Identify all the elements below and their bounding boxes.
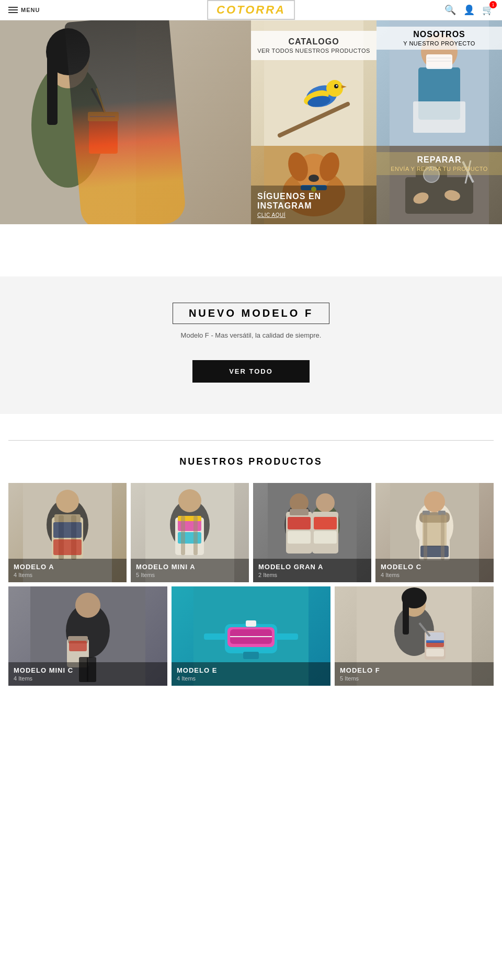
svg-rect-97 [246,620,256,627]
product-card-modelo-mini-c[interactable]: MODELO MINI C 4 Items [8,586,167,686]
promo-section: NUEVO MODELO F Modelo F - Mas versátil, … [0,276,502,414]
svg-rect-109 [426,649,444,656]
header-icons: 🔍 👤 🛒 1 [444,4,494,16]
svg-point-53 [178,489,201,512]
svg-rect-50 [53,539,82,555]
product-label-modelo-mini-c: MODELO MINI C 4 Items [8,662,167,686]
hamburger-icon [8,7,18,13]
header: MENU COTORRA 🔍 👤 🛒 1 [0,0,502,20]
product-label-modelo-gran-a: MODELO GRAN A 2 Items [253,559,371,582]
product-title-modelo-mini-c: MODELO MINI C [14,666,162,674]
svg-rect-59 [193,516,198,555]
svg-rect-6 [88,112,119,121]
product-title-modelo-f: MODELO F [340,666,488,674]
svg-point-31 [309,175,319,182]
product-title-modelo-mini-a: MODELO MINI A [136,563,244,571]
product-title-modelo-c: MODELO C [381,563,488,571]
svg-rect-81 [424,513,427,560]
instagram-overlay: Síguenos en Instagram CLIC AQUÍ [251,186,376,224]
product-label-modelo-e: MODELO E 4 Items [172,662,330,686]
svg-rect-99 [204,633,227,640]
svg-point-64 [316,493,335,512]
nosotros-title: Nosotros [380,30,499,39]
product-card-modelo-e[interactable]: MODELO E 4 Items [172,586,330,686]
promo-subtitle: Modelo F - Mas versátil, la calidad de s… [10,331,492,339]
svg-point-85 [75,593,100,618]
svg-line-8 [97,88,105,112]
cart-badge: 1 [489,1,497,8]
woman-figure [0,20,136,224]
cart-icon[interactable]: 🛒 1 [482,4,494,16]
svg-rect-88 [69,641,87,651]
reparar-overlay: Reparar ENVÍA Y REPARA TU PRODUCTO [376,152,502,175]
footer-space [0,717,502,874]
product-title-modelo-e: MODELO E [177,666,325,674]
product-count-modelo-mini-a: 5 Items [136,572,244,578]
svg-rect-111 [426,640,444,643]
product-card-modelo-a[interactable]: MODELO A 4 Items [8,483,127,582]
svg-line-7 [92,88,105,112]
ver-todo-button[interactable]: VER TODO [192,360,310,383]
product-label-modelo-a: MODELO A 4 Items [8,559,127,582]
svg-rect-58 [181,516,185,555]
promo-title: NUEVO MODELO F [173,303,329,324]
svg-rect-46 [54,514,81,522]
product-title-modelo-gran-a: MODELO GRAN A [258,563,366,571]
catalogo-title: Catalogo [257,37,370,47]
svg-rect-98 [243,652,259,659]
svg-rect-49 [53,522,82,538]
svg-rect-82 [441,513,444,560]
logo-container[interactable]: COTORRA [207,0,295,20]
hero-grid: Catalogo VER TODOS NUESTROS PRODUCTOS No… [0,20,502,276]
menu-label: MENU [21,7,40,13]
svg-rect-68 [288,531,311,544]
svg-rect-66 [290,509,309,515]
products-section: NUESTROS PRODUCTOS [0,414,502,717]
product-count-modelo-c: 4 Items [381,572,488,578]
svg-rect-4 [47,52,58,125]
product-label-modelo-f: MODELO F 5 Items [335,662,494,686]
catalogo-overlay: Catalogo VER TODOS NUESTROS PRODUCTOS [251,31,376,60]
hero-instagram[interactable]: Síguenos en Instagram CLIC AQUÍ [251,146,376,224]
products-grid-row2: MODELO MINI C 4 Items [8,586,494,686]
hero-reparar[interactable]: Reparar ENVÍA Y REPARA TU PRODUCTO [376,146,502,224]
product-count-modelo-gran-a: 2 Items [258,572,366,578]
svg-point-44 [56,490,79,513]
instagram-link[interactable]: CLIC AQUÍ [257,212,370,218]
product-label-modelo-mini-a: MODELO MINI A 5 Items [131,559,249,582]
account-icon[interactable]: 👤 [463,4,475,16]
instagram-title: Síguenos en Instagram [257,192,370,211]
product-card-modelo-f[interactable]: MODELO F 5 Items [335,586,494,686]
product-title-modelo-a: MODELO A [14,563,121,571]
logo-text: COTORRA [216,3,286,16]
svg-rect-22 [426,54,452,69]
reparar-title: Reparar [380,155,499,165]
nosotros-subtitle: Y NUESTRO PROYECTO [380,40,499,47]
svg-point-18 [336,85,338,87]
product-count-modelo-a: 4 Items [14,572,121,578]
nosotros-overlay: Nosotros Y NUESTRO PROYECTO [376,27,502,50]
svg-rect-105 [403,598,409,635]
logo-box: COTORRA [207,0,295,20]
product-card-modelo-c[interactable]: MODELO C 4 Items [375,483,494,582]
menu-button[interactable]: MENU [8,7,40,13]
search-icon[interactable]: 🔍 [444,4,456,16]
products-heading: NUESTROS PRODUCTOS [8,440,494,467]
svg-rect-100 [275,633,298,640]
product-card-modelo-gran-a[interactable]: MODELO GRAN A 2 Items [253,483,371,582]
hero-catalogo[interactable]: Catalogo VER TODOS NUESTROS PRODUCTOS [251,20,376,146]
svg-rect-67 [288,517,311,529]
product-label-modelo-c: MODELO C 4 Items [375,559,494,582]
svg-rect-71 [314,531,337,544]
catalogo-subtitle: VER TODOS NUESTROS PRODUCTOS [257,48,370,54]
svg-rect-5 [89,114,118,154]
hero-woman-bg [0,20,251,224]
svg-rect-25 [413,101,465,133]
reparar-subtitle: ENVÍA Y REPARA TU PRODUCTO [380,166,499,172]
products-grid-row1: MODELO A 4 Items [8,483,494,582]
hero-nosotros[interactable]: Nosotros Y NUESTRO PROYECTO [376,20,502,146]
product-count-modelo-mini-c: 4 Items [14,675,162,682]
svg-point-74 [424,491,445,512]
hero-main-woman[interactable] [0,20,251,224]
product-card-modelo-mini-a[interactable]: MODELO MINI A 5 Items [131,483,249,582]
